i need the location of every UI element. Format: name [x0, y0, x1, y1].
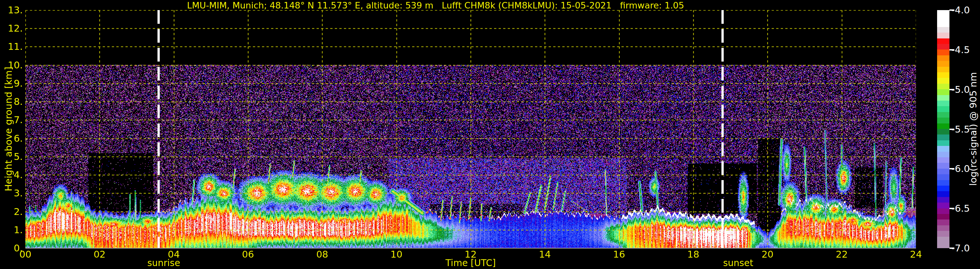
colorbar-tick-mark: [950, 129, 955, 130]
colorbar: [937, 10, 950, 248]
x-tick-label: 16: [604, 249, 634, 260]
y-tick-label: 13.: [0, 4, 23, 16]
y-tick-label: 11.: [0, 41, 23, 53]
x-tick-label: 08: [307, 249, 337, 260]
y-tick-label: 3.: [0, 187, 23, 199]
colorbar-tick-mark: [950, 208, 955, 209]
colorbar-tick-mark: [950, 89, 955, 90]
colorbar-tick-label: -4.0: [951, 4, 980, 16]
colorbar-tick-mark: [950, 248, 955, 249]
x-tick-label: 14: [530, 249, 560, 260]
y-tick-label: 2.: [0, 206, 23, 218]
x-tick-label: 24: [901, 249, 931, 260]
y-tick-label: 10.: [0, 59, 23, 71]
y-tick-label: 5.: [0, 151, 23, 163]
colorbar-tick-label: -7.0: [951, 242, 980, 254]
y-tick-label: 6.: [0, 133, 23, 144]
y-tick-label: 1.: [0, 224, 23, 236]
y-tick-label: 4.: [0, 169, 23, 181]
colorbar-tick-mark: [950, 10, 955, 11]
colorbar-label: log(rc-signal) @ 905 nm: [968, 72, 979, 186]
colorbar-tick-mark: [950, 168, 955, 169]
sunset-label: sunset: [696, 258, 780, 268]
x-tick-label: 22: [827, 249, 857, 260]
y-tick-label: 8.: [0, 96, 23, 107]
ceilometer-quicklook-window: LMU-MIM, Munich; 48.148° N 11.573° E, al…: [0, 0, 980, 269]
y-tick-label: 7.: [0, 114, 23, 126]
y-tick-label: 12.: [0, 22, 23, 34]
sunrise-label: sunrise: [122, 258, 206, 268]
x-axis-label: Time [UTC]: [432, 258, 510, 268]
x-tick-label: 10: [382, 249, 412, 260]
colorbar-tick-label: -4.5: [951, 44, 980, 56]
x-tick-label: 02: [84, 249, 115, 260]
x-axis-line: [25, 248, 916, 248]
backscatter-heatmap: [25, 10, 916, 248]
colorbar-tick-mark: [950, 49, 955, 50]
y-tick-label: 9.: [0, 77, 23, 89]
x-tick-label: 00: [10, 249, 40, 260]
colorbar-tick-label: -6.5: [951, 203, 980, 214]
x-tick-label: 06: [233, 249, 263, 260]
plot-title: LMU-MIM, Munich; 48.148° N 11.573° E, al…: [0, 0, 871, 10]
